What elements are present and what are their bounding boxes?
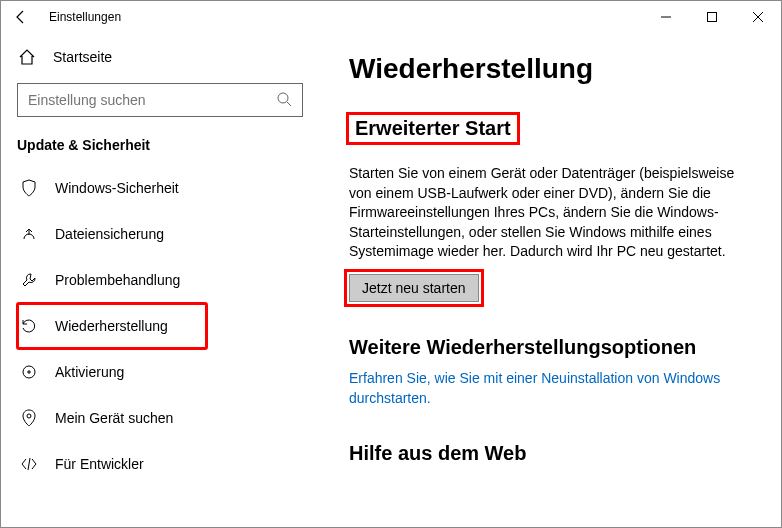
restart-now-button[interactable]: Jetzt neu starten (349, 274, 479, 302)
svg-point-4 (278, 93, 288, 103)
nav-label: Mein Gerät suchen (55, 410, 173, 426)
group-header: Update & Sicherheit (17, 137, 303, 153)
nav-backup[interactable]: Dateiensicherung (17, 211, 303, 257)
code-icon (19, 457, 39, 471)
search-box[interactable] (17, 83, 303, 117)
sidebar: Startseite Update & Sicherheit Windows-S… (1, 33, 319, 527)
content-pane: Wiederherstellung Erweiterter Start Star… (319, 33, 781, 527)
minimize-button[interactable] (643, 1, 689, 33)
page-title: Wiederherstellung (349, 53, 751, 85)
svg-rect-1 (708, 13, 717, 22)
shield-icon (19, 179, 39, 197)
location-icon (19, 409, 39, 427)
nav-label: Dateiensicherung (55, 226, 164, 242)
nav-label: Problembehandlung (55, 272, 180, 288)
search-input[interactable] (28, 92, 276, 108)
recovery-icon (19, 318, 39, 334)
backup-icon (19, 226, 39, 242)
nav-activation[interactable]: Aktivierung (17, 349, 303, 395)
advanced-start-desc: Starten Sie von einem Gerät oder Datentr… (349, 164, 751, 262)
nav-label: Wiederherstellung (55, 318, 168, 334)
key-icon (19, 364, 39, 380)
nav-developer[interactable]: Für Entwickler (17, 441, 303, 487)
search-icon (276, 91, 292, 110)
back-button[interactable] (13, 9, 37, 25)
home-icon (17, 48, 37, 66)
web-help-heading: Hilfe aus dem Web (349, 442, 751, 465)
nav-label: Für Entwickler (55, 456, 144, 472)
advanced-start-heading: Erweiterter Start (349, 115, 517, 142)
nav-windows-security[interactable]: Windows-Sicherheit (17, 165, 303, 211)
fresh-start-link[interactable]: Erfahren Sie, wie Sie mit einer Neuinsta… (349, 369, 751, 408)
nav-find-device[interactable]: Mein Gerät suchen (17, 395, 303, 441)
wrench-icon (19, 272, 39, 288)
more-options-heading: Weitere Wiederherstellungsoptionen (349, 336, 751, 359)
nav-label: Aktivierung (55, 364, 124, 380)
nav-recovery[interactable]: Wiederherstellung (17, 303, 207, 349)
home-link[interactable]: Startseite (17, 37, 303, 77)
home-label: Startseite (53, 49, 112, 65)
svg-line-5 (287, 102, 291, 106)
svg-point-7 (27, 414, 31, 418)
nav-list: Windows-Sicherheit Dateiensicherung Prob… (17, 165, 303, 487)
nav-troubleshoot[interactable]: Problembehandlung (17, 257, 303, 303)
maximize-button[interactable] (689, 1, 735, 33)
window-title: Einstellungen (49, 10, 121, 24)
nav-label: Windows-Sicherheit (55, 180, 179, 196)
close-button[interactable] (735, 1, 781, 33)
